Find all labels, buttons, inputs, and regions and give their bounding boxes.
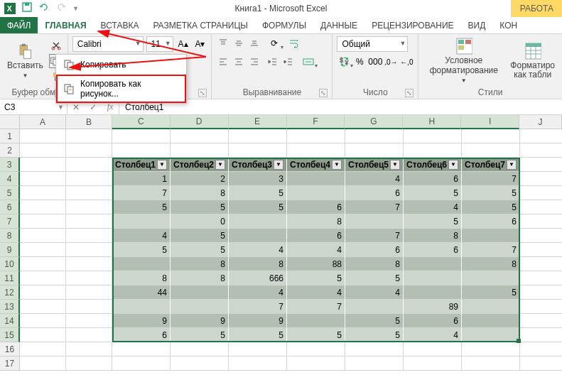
cell[interactable]	[66, 342, 112, 356]
cell[interactable]: 5	[171, 328, 229, 342]
cell[interactable]	[287, 314, 345, 328]
cell[interactable]	[66, 158, 112, 172]
col-header-F[interactable]: F	[287, 115, 345, 129]
cell[interactable]	[404, 143, 462, 158]
tab-файл[interactable]: ФАЙЛ	[0, 17, 38, 33]
cell[interactable]: 9	[112, 314, 171, 328]
row-header-8[interactable]: 8	[0, 229, 20, 243]
cell[interactable]	[520, 186, 562, 200]
tab-данные[interactable]: ДАННЫЕ	[313, 17, 364, 33]
row-header-14[interactable]: 14	[0, 314, 20, 328]
cell[interactable]: 5	[171, 243, 229, 257]
tab-главная[interactable]: ГЛАВНАЯ	[38, 17, 93, 33]
cell[interactable]: Столбец6▼	[404, 158, 462, 172]
cell[interactable]: 8	[462, 257, 520, 271]
row-header-6[interactable]: 6	[0, 200, 20, 214]
decrease-font-icon[interactable]: A▾	[193, 37, 207, 51]
increase-font-icon[interactable]: A▴	[176, 37, 190, 51]
align-center-icon[interactable]	[232, 55, 246, 69]
cell[interactable]: 4	[404, 200, 462, 214]
cell[interactable]	[520, 342, 562, 356]
cell[interactable]	[520, 328, 562, 342]
cell[interactable]: 5	[229, 328, 287, 342]
cell[interactable]: Столбец7▼	[462, 158, 520, 172]
cell[interactable]	[66, 328, 112, 342]
col-header-I[interactable]: I	[461, 115, 519, 129]
menu-item-copy-as-picture[interactable]: Копировать как рисунок...	[56, 75, 186, 103]
row-header-4[interactable]: 4	[0, 172, 20, 186]
cell[interactable]	[112, 342, 171, 356]
menu-item-copy[interactable]: Копировать	[56, 55, 186, 75]
cell[interactable]	[20, 172, 66, 186]
cell[interactable]	[112, 257, 171, 271]
cell[interactable]	[20, 129, 66, 143]
cell[interactable]	[287, 129, 345, 143]
align-top-icon[interactable]	[216, 36, 230, 50]
cell[interactable]	[112, 129, 171, 143]
align-bottom-icon[interactable]	[247, 36, 261, 50]
row-header-5[interactable]: 5	[0, 186, 20, 200]
cell[interactable]	[171, 143, 229, 158]
format-as-table-button[interactable]: Форматирокак табли	[507, 41, 558, 81]
cell[interactable]: Столбец2▼	[171, 158, 229, 172]
cell[interactable]: Столбец5▼	[345, 158, 404, 172]
col-header-J[interactable]: J	[519, 115, 562, 129]
cell[interactable]: 6	[287, 200, 345, 214]
align-middle-icon[interactable]	[232, 36, 246, 50]
cell[interactable]: 6	[462, 214, 520, 229]
cell[interactable]	[20, 229, 66, 243]
cell[interactable]: 8	[229, 257, 287, 271]
cell[interactable]: 7	[112, 186, 171, 200]
cell[interactable]	[404, 271, 462, 285]
font-size-select[interactable]: 11▼	[146, 36, 173, 52]
cell[interactable]	[66, 200, 112, 214]
cell[interactable]: 5	[229, 200, 287, 214]
cell[interactable]: 4	[287, 243, 345, 257]
filter-dropdown-icon[interactable]: ▼	[157, 160, 167, 170]
col-header-C[interactable]: C	[112, 115, 171, 129]
row-header-10[interactable]: 10	[0, 257, 20, 271]
cell[interactable]: 44	[112, 285, 171, 300]
cell[interactable]	[20, 186, 66, 200]
cell[interactable]	[112, 300, 171, 314]
cell[interactable]	[66, 229, 112, 243]
cell[interactable]: 6	[287, 229, 345, 243]
tab-кон[interactable]: КОН	[492, 17, 524, 33]
cell[interactable]	[462, 143, 520, 158]
tab-вставка[interactable]: ВСТАВКА	[94, 17, 146, 33]
cell[interactable]: 4	[404, 328, 462, 342]
row-header-12[interactable]: 12	[0, 285, 20, 300]
cell[interactable]: 89	[404, 300, 462, 314]
row-header-16[interactable]: 16	[0, 342, 20, 356]
increase-decimal-icon[interactable]: ,0→	[384, 55, 398, 69]
cell[interactable]: 7	[345, 229, 404, 243]
cell[interactable]	[345, 214, 404, 229]
conditional-formatting-button[interactable]: Условноеформатирование ▼	[423, 36, 504, 85]
number-format-select[interactable]: Общий▼	[337, 36, 408, 52]
increase-indent-icon[interactable]	[281, 55, 296, 69]
cell[interactable]: 7	[287, 300, 345, 314]
cell[interactable]: 5	[345, 328, 404, 342]
cell[interactable]	[66, 143, 112, 158]
cell[interactable]	[66, 356, 112, 371]
cell[interactable]	[66, 214, 112, 229]
cell[interactable]	[66, 271, 112, 285]
cell[interactable]: 7	[462, 243, 520, 257]
cell[interactable]	[462, 300, 520, 314]
cell[interactable]	[462, 314, 520, 328]
cell[interactable]	[520, 143, 562, 158]
cell[interactable]: 6	[404, 243, 462, 257]
cell[interactable]: 4	[229, 285, 287, 300]
cell[interactable]: 5	[171, 229, 229, 243]
cell[interactable]: 8	[287, 214, 345, 229]
row-header-2[interactable]: 2	[0, 143, 20, 158]
tab-рецензирование[interactable]: РЕЦЕНЗИРОВАНИЕ	[364, 17, 460, 33]
tab-вид[interactable]: ВИД	[461, 17, 493, 33]
cell[interactable]: 4	[345, 285, 404, 300]
row-header-3[interactable]: 3	[0, 158, 20, 172]
cell[interactable]	[345, 342, 404, 356]
cell[interactable]: 8	[171, 186, 229, 200]
row-header-13[interactable]: 13	[0, 300, 20, 314]
align-left-icon[interactable]	[216, 55, 230, 69]
cell[interactable]	[66, 257, 112, 271]
